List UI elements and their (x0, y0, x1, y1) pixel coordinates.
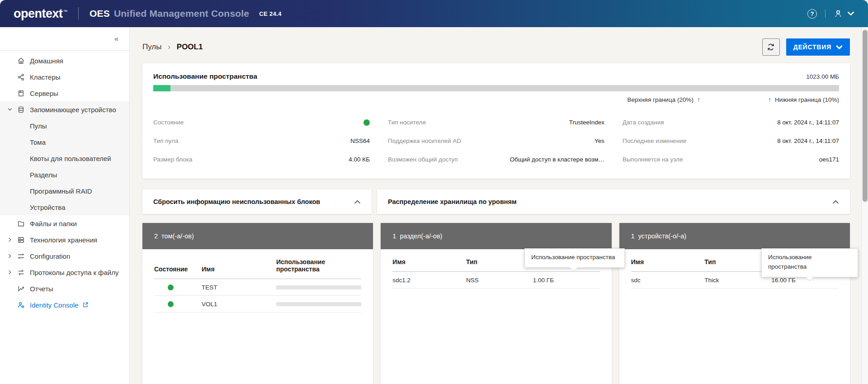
device-name: sdc (631, 277, 705, 284)
status-dot (363, 119, 370, 126)
devices-table-header: 1 устройств(-о/-а) (619, 223, 850, 249)
partition-name: sdc1.2 (392, 277, 466, 284)
property-pool-type: Тип пула NSS64 (153, 132, 370, 150)
identity-console-icon (17, 301, 25, 309)
chevron-up-icon[interactable] (354, 199, 361, 204)
column-header[interactable]: Тип (466, 258, 533, 265)
table-row[interactable]: sdc1.2 NSS 1.00 ГБ (392, 272, 599, 289)
tiered-storage-panel-title: Распределение хранилища по уровням (388, 198, 517, 205)
servers-icon (17, 90, 25, 97)
sidebar-collapse-button[interactable]: « (0, 27, 129, 51)
column-header[interactable]: Имя (631, 258, 705, 265)
space-usage-tooltip: Использование пространства (761, 248, 858, 277)
sidebar-item-pools[interactable]: Пулы (0, 118, 129, 134)
upper-limit-label: Верхняя граница (20%)↑ (627, 96, 700, 103)
toolbar: Пулы › POOL1 ДЕЙСТВИЯ (142, 38, 850, 56)
property-state: Состояние (153, 113, 370, 132)
sidebar-group-storage: Запоминающее устройство Пулы Тома Квоты … (0, 101, 129, 215)
chevron-right-icon (7, 237, 13, 243)
page: opentext™ OES Unified Management Console… (0, 0, 868, 384)
volume-usage-bar (276, 302, 361, 306)
column-header[interactable]: Имя (202, 265, 276, 273)
help-icon[interactable]: ? (807, 9, 817, 19)
product-name: OES (90, 8, 110, 19)
chevron-down-icon (7, 106, 13, 113)
sidebar-item-storage-device[interactable]: Запоминающее устройство (0, 101, 129, 118)
devices-table: 1 устройств(-о/-а) Имя Тип Использовани…… (619, 223, 850, 384)
device-type: Thick (704, 277, 771, 284)
arrow-up-icon: ↑ (768, 96, 771, 103)
partition-usage: 1.00 ГБ (533, 277, 600, 284)
scrollbar-thumb[interactable] (863, 30, 868, 202)
sidebar-item-clusters[interactable]: Кластеры (0, 69, 129, 85)
space-usage-progress-fill (153, 85, 170, 91)
volume-usage-bar (276, 285, 361, 289)
sidebar-item-file-access-protocols[interactable]: Протоколы доступа к файлу (0, 264, 129, 280)
sidebar-item-servers[interactable]: Серверы (0, 85, 129, 101)
external-link-icon (82, 302, 89, 308)
space-usage-progressbar (153, 85, 839, 91)
breadcrumb-pools-link[interactable]: Пулы (142, 43, 161, 52)
volume-name: VOL1 (202, 301, 276, 308)
sidebar-item-configuration[interactable]: Configuration (0, 248, 129, 264)
sidebar-item-label: Identity Console (30, 301, 79, 309)
sidebar-item-storage-technology[interactable]: Технология хранения (0, 232, 129, 248)
discard-blocks-panel: Сбросить информацию неиспользованных бло… (142, 190, 372, 214)
pool-properties: Состояние Тип носителя TrusteeIndex Дата… (153, 113, 839, 169)
breadcrumb: Пулы › POOL1 (142, 43, 203, 52)
folder-icon (17, 220, 25, 228)
header-separator (825, 9, 826, 18)
sidebar-item-software-raid[interactable]: Программный RAID (0, 183, 129, 199)
sidebar-item-label: Отчеты (0, 285, 53, 293)
sidebar-item-devices[interactable]: Устройства (0, 199, 129, 215)
volumes-table-column-headers: Состояние Имя Использование пространства (154, 249, 361, 279)
property-block-size: Размер блока 4.00 КБ (153, 150, 370, 169)
sidebar-item-home[interactable]: Домашняя (0, 52, 129, 69)
sidebar-item-reports[interactable]: Отчеты (0, 280, 129, 297)
vertical-scrollbar[interactable] (861, 27, 868, 384)
property-last-modified: Последнее изменение 8 окт. 2024 г., 14:1… (623, 132, 839, 150)
actions-button[interactable]: ДЕЙСТВИЯ (786, 38, 850, 56)
opentext-logo: opentext™ (14, 7, 67, 21)
sidebar-item-volumes[interactable]: Тома (0, 134, 129, 150)
sidebar-item-user-quotas[interactable]: Квоты для пользователей (0, 150, 129, 166)
device-usage: 16.00 ГБ (771, 277, 838, 284)
status-dot (168, 301, 174, 307)
space-usage-card: Использование пространства 1023.00 МБ Ве… (142, 63, 850, 179)
table-row[interactable]: VOL1 (154, 296, 361, 313)
user-menu[interactable] (834, 9, 854, 18)
reports-icon (17, 285, 25, 293)
refresh-icon (767, 43, 775, 51)
column-header[interactable]: Состояние (154, 265, 202, 273)
sidebar-item-label: Тома (0, 138, 46, 146)
product-subtitle: Unified Management Console (114, 8, 249, 19)
sidebar-item-identity-console[interactable]: Identity Console (0, 297, 129, 313)
sidebar-item-label: Технология хранения (0, 236, 97, 244)
volume-name: TEST (202, 284, 276, 291)
column-header[interactable]: Имя (392, 258, 466, 265)
volumes-table: 2 том(-а/-ов) Состояние Имя Использовани… (142, 223, 373, 384)
table-row[interactable]: TEST (154, 279, 361, 296)
main-content: Пулы › POOL1 ДЕЙСТВИЯ (130, 27, 861, 384)
sidebar-item-label: Квоты для пользователей (0, 155, 111, 162)
sidebar-item-partitions[interactable]: Разделы (0, 166, 129, 183)
chevron-right-icon (7, 269, 13, 275)
sidebar-item-label: Домашняя (0, 57, 63, 65)
user-icon (834, 9, 843, 18)
column-header[interactable]: Использование пространства (276, 258, 361, 273)
space-usage-tooltip: Использование пространства (524, 248, 625, 268)
refresh-button[interactable] (762, 38, 780, 56)
file-protocols-icon (17, 269, 25, 276)
chevron-up-icon[interactable] (832, 199, 839, 204)
property-running-node: Выполняется на узле oes171 (623, 150, 839, 169)
discard-blocks-panel-title: Сбросить информацию неиспользованных бло… (153, 198, 320, 205)
header-divider (78, 7, 79, 20)
trademark: ™ (63, 9, 68, 14)
home-icon (17, 57, 25, 65)
sidebar-item-files-folders[interactable]: Файлы и папки (0, 215, 129, 232)
space-usage-total: 1023.00 МБ (806, 73, 839, 80)
sidebar-item-label: Устройства (0, 204, 65, 211)
configuration-icon (17, 252, 25, 260)
chevron-down-icon (847, 11, 854, 16)
chevron-right-icon (7, 253, 13, 259)
